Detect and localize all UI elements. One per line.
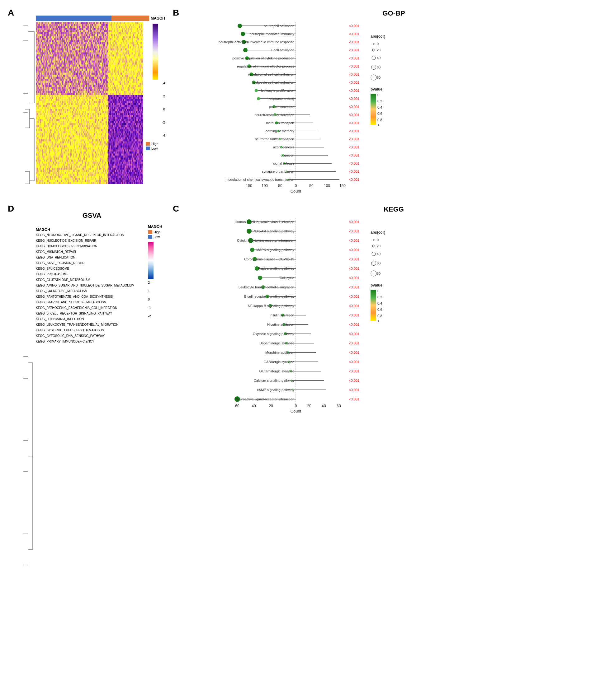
svg-text:<0.001: <0.001 <box>349 178 359 181</box>
svg-text:B cell receptor signaling path: B cell receptor signaling pathway <box>244 295 294 298</box>
svg-text:0.4: 0.4 <box>378 301 382 305</box>
svg-point-124 <box>371 65 376 70</box>
svg-rect-129 <box>371 94 376 125</box>
svg-text:<0.001: <0.001 <box>349 341 359 345</box>
svg-text:pvalue: pvalue <box>371 283 382 287</box>
svg-rect-259 <box>371 290 376 321</box>
gsva-high-label: High <box>154 230 161 234</box>
svg-text:150: 150 <box>246 184 252 188</box>
svg-text:neurotransmitter secretion: neurotransmitter secretion <box>254 113 294 117</box>
gsva-row-label: KEGG_LEISHMANIA_INFECTION <box>36 316 146 322</box>
svg-text:MAPK signaling pathway: MAPK signaling pathway <box>256 248 294 252</box>
svg-text:learning or memory: learning or memory <box>265 129 294 133</box>
legend-val-n4: -4 <box>146 133 165 137</box>
svg-point-41 <box>243 48 247 52</box>
svg-text:<0.001: <0.001 <box>349 267 359 270</box>
svg-text:150: 150 <box>339 184 346 188</box>
gsva-row-label: KEGG_PRIMARY_IMMUNODEFICIENCY <box>36 339 146 345</box>
legend-low-label: Low <box>151 147 158 150</box>
svg-text:Insulin secretion: Insulin secretion <box>270 313 294 317</box>
svg-text:Leukocyte transendothelial mig: Leukocyte transendothelial migration <box>239 285 294 289</box>
gsva-row-label: KEGG_PROTEASOME <box>36 272 146 277</box>
svg-point-163 <box>250 248 254 252</box>
svg-point-29 <box>238 24 242 28</box>
heatmap-a-title: MAGOH <box>151 16 165 20</box>
svg-text:40: 40 <box>377 56 381 60</box>
svg-text:cognition: cognition <box>280 153 294 157</box>
svg-text:<0.001: <0.001 <box>349 97 359 100</box>
svg-text:<0.001: <0.001 <box>349 369 359 373</box>
svg-text:signal release: signal release <box>273 162 294 165</box>
svg-text:40: 40 <box>377 252 381 256</box>
svg-text:<0.001: <0.001 <box>349 145 359 149</box>
svg-text:1: 1 <box>378 319 379 323</box>
svg-text:<0.001: <0.001 <box>349 388 359 392</box>
svg-text:neutrophil mediated immunity: neutrophil mediated immunity <box>250 32 294 36</box>
svg-text:0.8: 0.8 <box>378 314 382 318</box>
gsva-row-label: KEGG_MISMATCH_REPAIR <box>36 249 146 255</box>
svg-text:0.6: 0.6 <box>378 308 382 312</box>
svg-text:0.2: 0.2 <box>378 99 382 103</box>
svg-text:neutrophil activation: neutrophil activation <box>264 24 294 28</box>
svg-text:20: 20 <box>377 244 381 248</box>
svg-text:<0.001: <0.001 <box>349 32 359 36</box>
panel-c: C KEGG Human T-cell leukemia virus 1 inf… <box>171 202 604 694</box>
svg-text:1: 1 <box>378 123 379 127</box>
gsva-legend: MAGOH High Low 2 1 0 -1 <box>146 221 174 691</box>
panel-d: D GSVA <box>6 202 168 694</box>
svg-point-61 <box>255 89 258 92</box>
heatmap-a-container: MAGOH <box>19 16 165 196</box>
gsva-row-label: KEGG_NUCLEOTIDE_EXCISION_REPAIR <box>36 238 146 244</box>
svg-text:<0.001: <0.001 <box>349 137 359 141</box>
svg-text:cAMP signaling pathway: cAMP signaling pathway <box>257 388 294 392</box>
main-container: A MAGOH <box>0 0 610 700</box>
svg-text:PI3K-Akt signaling pathway: PI3K-Akt signaling pathway <box>253 229 294 233</box>
svg-point-126 <box>371 75 376 80</box>
svg-point-256 <box>371 271 376 276</box>
gsva-row-label: KEGG_B_CELL_RECEPTOR_SIGNALING_PATHWAY <box>36 311 146 316</box>
svg-text:100: 100 <box>324 184 330 188</box>
svg-text:80: 80 <box>377 272 381 275</box>
svg-text:<0.001: <0.001 <box>349 121 359 125</box>
svg-text:neutrophil activation involved: neutrophil activation involved in immune… <box>219 40 294 44</box>
svg-text:NF-kappa B signaling pathway: NF-kappa B signaling pathway <box>248 304 294 308</box>
svg-point-175 <box>258 276 262 280</box>
svg-text:Nicotine addiction: Nicotine addiction <box>267 323 294 326</box>
svg-text:Rap1 signaling pathway: Rap1 signaling pathway <box>258 267 294 270</box>
gsva-row-label: KEGG_STARCH_AND_SUCROSE_METABOLISM <box>36 300 146 305</box>
svg-text:GABAergic synapse: GABAergic synapse <box>264 360 294 364</box>
svg-text:<0.001: <0.001 <box>349 169 359 173</box>
svg-text:<0.001: <0.001 <box>349 48 359 52</box>
svg-text:0: 0 <box>378 93 379 97</box>
svg-text:0.8: 0.8 <box>378 118 382 122</box>
svg-text:Coronavirus disease - COVID-19: Coronavirus disease - COVID-19 <box>244 257 294 261</box>
magoh-row-label: MAGOH <box>36 228 146 232</box>
gsva-row-label: KEGG_HOMOLOGOUS_RECOMBINATION <box>36 244 146 249</box>
svg-text:80: 80 <box>377 76 381 79</box>
svg-point-65 <box>257 97 260 100</box>
gsva-row-label: KEGG_PATHOGENIC_ESCHERICHIA_COLI_INFECTI… <box>36 305 146 311</box>
svg-text:0.2: 0.2 <box>378 295 382 299</box>
gsva-row-label: KEGG_PANTOTHENATE_AND_COA_BIOSYNTHESIS <box>36 294 146 300</box>
panel-b-title: GO-BP <box>187 9 601 17</box>
svg-text:<0.001: <0.001 <box>349 379 359 382</box>
gsva-scale-n1: -1 <box>148 306 174 310</box>
svg-text:<0.001: <0.001 <box>349 285 359 289</box>
svg-text:40: 40 <box>252 404 256 408</box>
gsva-low-label: Low <box>154 235 160 239</box>
svg-text:<0.001: <0.001 <box>349 64 359 68</box>
svg-text:regulation of cell-cell adhesi: regulation of cell-cell adhesion <box>248 72 294 76</box>
svg-text:protein secretion: protein secretion <box>269 105 294 109</box>
svg-point-252 <box>372 252 375 256</box>
panel-d-label: D <box>8 204 14 214</box>
svg-text:40: 40 <box>322 404 326 408</box>
legend-val-4: 4 <box>146 81 165 85</box>
svg-text:metal ion transport: metal ion transport <box>266 121 294 125</box>
kegg-chart: Human T-cell leukemia virus 1 infection … <box>187 215 405 420</box>
panel-b: B GO-BP 150 100 50 0 50 100 150 Count <box>171 6 604 199</box>
svg-text:axonogenesis: axonogenesis <box>273 145 294 149</box>
svg-text:neurotransmitter transport: neurotransmitter transport <box>255 137 294 141</box>
svg-text:<0.001: <0.001 <box>349 313 359 317</box>
svg-text:Human T-cell leukemia virus 1 : Human T-cell leukemia virus 1 infection <box>235 220 294 224</box>
svg-text:60: 60 <box>337 404 341 408</box>
